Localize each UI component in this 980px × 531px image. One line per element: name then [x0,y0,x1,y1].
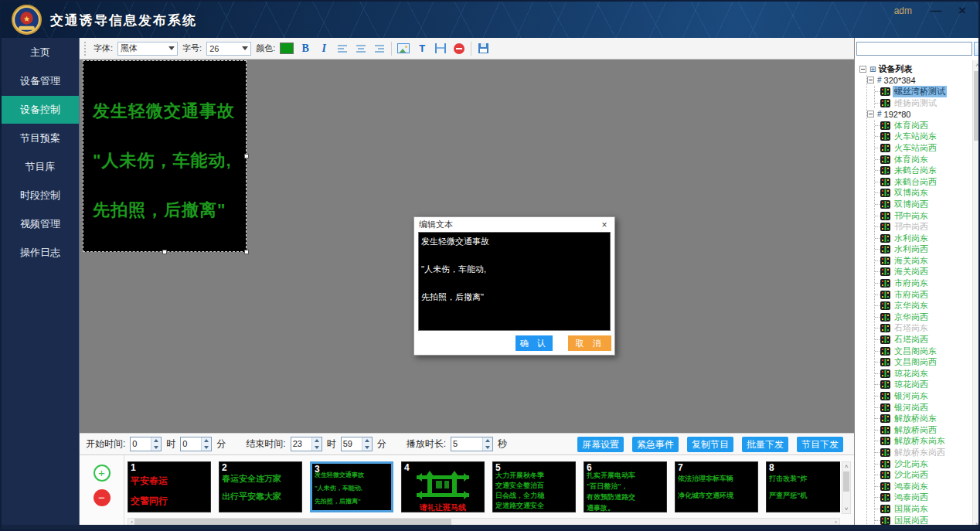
device-tree-item[interactable]: 维扬岗测试 [875,97,972,109]
device-tree-item[interactable]: 邗中岗西 [875,221,972,233]
end-minute-stepper[interactable]: 59 [341,437,373,451]
device-tree-item[interactable]: 海关岗西 [875,267,972,278]
device-tree-item[interactable]: 琼花岗西 [875,380,972,391]
logged-in-user[interactable]: adm [894,5,912,16]
playlist-thumbnail[interactable]: 6 扎实开展电动车"百日整治"，有效预防道路交通事故。 [584,461,667,512]
spin-up-icon[interactable] [202,437,211,444]
device-tree-item[interactable]: 海关岗东 [875,255,972,267]
device-tree-item[interactable]: 火车站岗西 [875,142,972,154]
device-tree-item[interactable]: 火车站岗东 [875,131,972,143]
spin-up-icon[interactable] [151,437,161,444]
playlist-thumbnail[interactable]: 1 平安春运交警同行 [128,461,211,512]
cancel-button[interactable]: 取 消 [568,335,611,351]
confirm-button[interactable]: 确 认 [516,335,553,351]
search-button[interactable] [974,42,979,56]
spin-up-icon[interactable] [483,437,492,444]
insert-image-button[interactable] [396,42,410,56]
action-button-节目下发[interactable]: 节目下发 [797,437,843,452]
playlist-thumbnail[interactable]: 8 打击改装"炸严查严惩"机 [766,461,840,512]
device-tree-item[interactable]: 石塔岗西 [875,334,972,345]
start-hour-stepper[interactable]: 0 [130,437,162,451]
search-input[interactable] [856,42,972,56]
device-tree-item[interactable]: 鸿泰岗东 [875,481,972,492]
scrollbar-thumb[interactable] [843,471,849,492]
align-left-button[interactable] [335,42,349,56]
font-size-select[interactable]: 26 [206,42,251,56]
action-button-复制节目[interactable]: 复制节目 [687,437,733,452]
led-preview-panel[interactable]: 发生轻微交通事故"人未伤，车能动,先拍照，后撤离" [83,60,247,252]
spin-down-icon[interactable] [312,444,322,451]
font-select[interactable]: 黑体 [117,42,178,56]
bold-button[interactable]: B [298,42,312,56]
scrollbar-thumb[interactable] [974,71,980,141]
device-tree-item[interactable]: 解放桥东岗西 [875,447,972,458]
action-button-紧急事件[interactable]: 紧急事件 [632,437,679,452]
save-button[interactable] [476,42,490,56]
color-swatch[interactable] [280,43,294,54]
playlist-thumbnail[interactable]: 5 大力开展秋冬季交通安全整治百日会战，全力稳定道路交通安全形势！ [492,461,576,512]
device-tree-item[interactable]: 沙北岗东 [875,458,972,470]
align-center-button[interactable] [354,42,368,56]
dialog-header[interactable]: 编辑文本 × [414,217,614,232]
device-tree-item[interactable]: 邗中岗东 [875,210,972,222]
spin-up-icon[interactable] [312,437,322,444]
device-tree-item[interactable]: 市府岗东 [875,277,972,289]
action-button-屏幕设置[interactable]: 屏幕设置 [577,437,624,452]
editor-canvas[interactable]: 发生轻微交通事故"人未伤，车能动,先拍照，后撤离" 编辑文本 × 发生轻微交通事… [80,60,854,433]
marquee-button[interactable] [434,42,447,56]
device-tree-item[interactable]: 银河岗东 [875,390,972,402]
sidebar-item-device-control[interactable]: 设备控制 [2,96,79,124]
dialog-textarea[interactable]: 发生轻微交通事故 "人未伤，车能动, 先拍照，后撤离" [418,232,611,331]
device-tree-item[interactable]: 解放桥岗西 [875,424,972,436]
spin-down-icon[interactable] [202,444,211,451]
device-tree-item[interactable]: 鸿泰岗西 [875,492,972,504]
close-icon[interactable]: × [599,220,610,230]
scroll-up-icon[interactable]: ˄ [973,62,980,69]
sidebar-item-operation-log[interactable]: 操作日志 [2,239,79,267]
device-tree-item[interactable]: 双博岗东 [875,188,972,199]
scroll-up-icon[interactable]: ˄ [842,463,850,470]
device-tree-item[interactable]: 水利岗东 [875,233,972,244]
close-button[interactable]: × [952,3,972,19]
sidebar-item-video-management[interactable]: 视频管理 [2,210,79,238]
device-tree-item[interactable]: 京华岗东 [875,300,972,311]
spin-down-icon[interactable] [483,444,492,451]
device-tree-item[interactable]: 体育岗西 [875,120,972,131]
stop-button[interactable] [452,42,466,56]
device-tree-item[interactable]: 文昌阁岗东 [875,345,972,357]
tree-scrollbar[interactable]: ˄ ˅ [972,60,980,531]
device-tree-item[interactable]: 水利岗西 [875,244,972,256]
device-tree-item[interactable]: 沙北岗西 [875,469,972,481]
resize-handle-right[interactable] [244,154,249,158]
device-tree-item[interactable]: 国展岗东 [875,503,972,515]
device-tree-item[interactable]: 石塔岗东 [875,323,972,335]
device-tree-item[interactable]: 解放桥岗东 [875,413,972,424]
resize-handle-corner[interactable] [244,250,249,254]
action-button-批量下发[interactable]: 批量下发 [742,437,788,452]
spin-down-icon[interactable] [362,444,372,451]
remove-program-button[interactable]: − [94,489,111,506]
collapse-icon[interactable] [867,77,874,83]
italic-button[interactable]: I [317,42,331,56]
scroll-down-icon[interactable]: ˅ [842,505,850,512]
collapse-icon[interactable] [859,66,866,73]
device-tree-item[interactable]: 螺丝湾桥测试 [875,86,972,97]
minimize-button[interactable]: — [926,3,946,19]
sidebar-item-program-library[interactable]: 节目库 [2,153,79,181]
device-tree-item[interactable]: 琼花岗东 [875,368,972,380]
device-tree-item[interactable]: 双博岗西 [875,199,972,210]
sidebar-item-device-management[interactable]: 设备管理 [2,67,79,95]
sidebar-item-period-control[interactable]: 时段控制 [2,182,79,209]
start-minute-stepper[interactable]: 0 [180,437,212,451]
end-hour-stepper[interactable]: 23 [291,437,322,451]
resize-handle-bottom[interactable] [162,250,167,254]
insert-text-button[interactable]: T [415,42,429,56]
device-tree-item[interactable]: 来鹤台岗东 [875,165,972,176]
spin-down-icon[interactable] [151,444,161,451]
device-tree-root[interactable]: ⊞ 设备列表 [859,63,972,75]
device-tree-item[interactable]: 文昌阁岗西 [875,356,972,368]
device-tree-item[interactable]: 解放桥东岗东 [875,436,972,448]
device-tree-item[interactable]: 市府岗西 [875,289,972,301]
playlist-thumbnail[interactable]: 4 请礼让斑马线 [401,461,485,512]
vertical-scrollbar[interactable]: ˄ ˅ [842,461,851,514]
